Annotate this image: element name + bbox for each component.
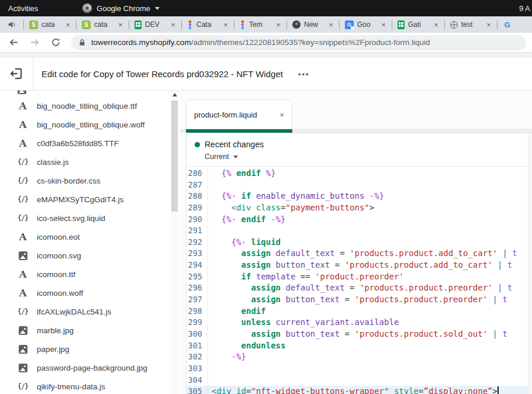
editor-tab-bar: product-form.liquid × [180, 91, 532, 133]
browser-tab[interactable]: cata× [24, 16, 76, 33]
browser-tab[interactable]: cata× [77, 16, 129, 33]
browser-tab[interactable]: test× [445, 16, 497, 33]
tab-close-icon[interactable]: × [485, 20, 493, 29]
code-line[interactable]: 294 assign button_text = 'products.produ… [186, 260, 532, 271]
code-editor[interactable]: 286 {% endif %}287288 {%- if enable_dyna… [186, 167, 532, 394]
editor-scrollbar[interactable] [528, 133, 532, 394]
forward-button[interactable] [29, 37, 40, 48]
version-dropdown[interactable]: Current [205, 153, 523, 161]
tab-audio-indicator[interactable] [0, 20, 23, 29]
line-number: 302 [186, 351, 208, 363]
tab-close-icon[interactable]: × [274, 20, 282, 29]
code-line[interactable]: 293 assign default_text = 'products.prod… [186, 248, 532, 260]
file-item[interactable]: Aicomoon.eot [0, 227, 180, 246]
sidebar-scrollbar-thumb[interactable] [171, 101, 178, 212]
more-options-button[interactable]: ••• [298, 70, 310, 78]
code-line[interactable]: 296 assign default_text = 'products.prod… [186, 282, 532, 294]
recent-changes-dot-icon [195, 142, 200, 147]
file-name: icomoon.woff [37, 289, 83, 298]
code-line[interactable]: 301 endunless [186, 340, 532, 352]
file-item[interactable]: Abig_noodle_titling_oblique.ttf [0, 96, 180, 115]
file-item[interactable]: {/}classie.js [0, 153, 180, 171]
code-line[interactable]: 290 {%- endif -%} [186, 214, 532, 226]
system-clock[interactable]: 9 A [519, 0, 532, 16]
editor-card: Recent changes Current 286 {% endif %}28… [186, 133, 532, 394]
file-name: big_noodle_titling_oblique.woff [37, 120, 144, 129]
browser-tab[interactable]: Gati× [392, 16, 444, 33]
browser-tab-label: cata [42, 20, 60, 29]
file-item[interactable]: Aicomoon.ttf [0, 265, 180, 284]
code-line-content: endif [208, 306, 266, 317]
code-line[interactable]: 300 assign button_text = 'products.produ… [186, 329, 532, 340]
code-line[interactable]: 295 if template == 'product.preorder' [186, 271, 532, 283]
code-line[interactable]: 289 <div class="payment-buttons"> [186, 202, 532, 214]
file-item[interactable]: marble.jpg [0, 321, 180, 340]
url-domain: towerrecords.myshopify.com [91, 38, 191, 47]
editor-tab-close-icon[interactable]: × [279, 110, 284, 119]
tab-close-icon[interactable]: × [432, 20, 440, 29]
code-line[interactable]: 292 {%- liquid [186, 237, 532, 248]
reload-icon [51, 37, 61, 47]
line-number: 293 [186, 248, 208, 260]
browser-tab[interactable]: Goo× [340, 16, 392, 33]
file-item[interactable]: icomoon.svg [0, 246, 180, 265]
file-item[interactable]: {/}qikify-tmenu-data.js [0, 377, 180, 394]
file-item[interactable]: Abig_noodle_titling_oblique.woff [0, 115, 180, 134]
file-item[interactable]: paper.jpg [0, 340, 180, 358]
code-line[interactable]: 288 {%- if enable_dynamic_buttons -%} [186, 191, 532, 202]
browser-tab[interactable]: New× [287, 16, 339, 33]
code-line[interactable]: 303 [186, 363, 532, 375]
file-item[interactable]: Ac0df3a6b528fdd85.TTF [0, 134, 180, 153]
image-file-icon [19, 364, 27, 372]
tab-close-icon[interactable]: × [327, 20, 335, 29]
code-line[interactable]: 304 [186, 375, 532, 386]
sidebar-scrollbar[interactable] [171, 91, 178, 394]
file-item[interactable]: {/}ico-select.svg.liquid [0, 209, 180, 227]
url-text: towerrecords.myshopify.com/admin/themes/… [91, 38, 430, 47]
code-line[interactable]: 291 [186, 225, 532, 237]
activities-button[interactable]: Activities [0, 4, 46, 13]
address-bar[interactable]: towerrecords.myshopify.com/admin/themes/… [71, 35, 526, 50]
line-number: 288 [186, 191, 208, 202]
tab-close-icon[interactable]: × [169, 20, 177, 29]
line-number: 304 [186, 375, 208, 386]
file-name: icomoon.ttf [37, 270, 75, 279]
code-line[interactable]: 297 assign button_text = 'products.produ… [186, 294, 532, 306]
tab-close-icon[interactable]: × [379, 20, 388, 29]
speaker-icon [8, 20, 16, 29]
code-line[interactable]: 298 endif [186, 306, 532, 317]
app-menu-label: Google Chrome [96, 4, 150, 13]
globe-favicon [450, 21, 458, 29]
code-line[interactable]: 299 unless current_variant.available [186, 317, 532, 329]
tab-close-icon[interactable]: × [64, 20, 72, 29]
code-line-content: assign button_text = 'products.product.s… [208, 329, 507, 340]
browser-tab[interactable]: Tem× [234, 16, 286, 33]
tab-close-icon[interactable]: × [222, 20, 230, 29]
code-line[interactable]: 286 {% endif %} [186, 168, 532, 179]
browser-tab[interactable]: Cata× [182, 16, 234, 33]
file-item[interactable]: password-page-background.jpg [0, 358, 180, 377]
code-line[interactable]: 287 [186, 179, 532, 191]
code-line-content: endunless [208, 340, 285, 352]
exit-code-editor-button[interactable] [0, 57, 33, 90]
reload-button[interactable] [50, 37, 61, 48]
file-item[interactable]: {/}cs-skin-border.css [0, 171, 180, 190]
admin-header: Edit code for Copy of Tower Records prd0… [0, 57, 532, 91]
exit-icon [9, 66, 24, 81]
file-item[interactable]: Aicomoon.woff [0, 284, 180, 302]
line-number: 287 [186, 179, 208, 191]
file-item[interactable]: {/}lfcAXLwjkDALc541.js [0, 302, 180, 321]
browser-tab[interactable]: DEV× [129, 16, 181, 33]
file-item[interactable]: {/}eMAPMXSyTCgGdiT4.js [0, 190, 180, 209]
code-line[interactable]: 305<div id="nft-widget-buttons-wrapper" … [186, 386, 532, 394]
scroll-up-arrow-icon[interactable] [171, 91, 178, 99]
back-button[interactable] [8, 37, 19, 48]
google-favicon [503, 20, 512, 29]
recent-changes-label: Recent changes [205, 140, 264, 149]
code-line[interactable]: 302 -%} [186, 351, 532, 363]
editor-tab-product-form[interactable]: product-form.liquid × [186, 99, 292, 133]
font-file-icon: A [19, 269, 26, 279]
app-menu[interactable]: Google Chrome [82, 4, 160, 13]
tab-close-icon[interactable]: × [116, 20, 125, 29]
browser-tab[interactable] [498, 16, 529, 33]
